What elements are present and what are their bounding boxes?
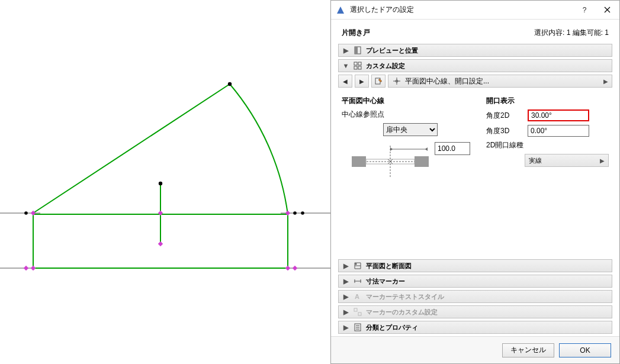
svg-rect-32 [415,156,429,167]
section-label: プレビューと位置 [366,46,418,55]
svg-rect-22 [354,62,357,65]
app-icon [336,5,345,15]
ok-button[interactable]: OK [559,343,611,357]
svg-rect-23 [358,62,361,65]
angle3d-label: 角度3D [486,126,528,136]
custom-icon [353,307,362,317]
svg-line-0 [33,84,230,213]
linetype-combo[interactable]: 実線 ▶ [525,154,609,167]
opening-display-title: 開口表示 [486,96,609,106]
section-label: 平面図と断面図 [366,262,412,270]
angle2d-label: 角度2D [486,111,528,121]
cancel-button[interactable]: キャンセル [502,343,554,357]
nav-back-button[interactable]: ◀ [338,75,352,88]
chevron-down-icon: ▼ [342,62,349,69]
titlebar: 選択したドアの設定 ? [331,1,619,20]
ref-point-label: 中心線参照点 [342,109,479,120]
settings-icon [353,61,362,70]
svg-rect-31 [352,156,366,167]
header-row: 片開き戸 選択内容: 1 編集可能: 1 [331,20,619,44]
section-label: 寸法マーカー [366,277,405,286]
section-marker-text-style: ▶ A マーカーテキストスタイル [338,290,612,303]
section-classification[interactable]: ▶ 分類とプロパティ [338,321,612,334]
preview-icon [353,46,362,55]
triangle-left-icon: ◀ [343,78,348,85]
dialog-footer: キャンセル OK [331,336,619,363]
breadcrumb-label: 平面図中心線、開口設定... [405,76,489,86]
svg-rect-9 [31,266,36,270]
chevron-right-icon: ▶ [342,262,349,270]
section-label: 分類とプロパティ [366,323,418,332]
svg-rect-15 [293,266,297,270]
svg-point-36 [355,263,357,265]
svg-rect-11 [285,266,290,270]
svg-rect-24 [354,66,357,69]
svg-point-6 [228,82,232,86]
section-marker-custom: ▶ マーカーのカスタム設定 [338,305,612,318]
svg-rect-21 [355,47,358,54]
svg-point-16 [24,211,28,215]
chevron-right-icon: ▶ [342,293,349,301]
dimension-icon [353,276,362,286]
angle3d-input[interactable] [528,125,589,137]
edit-button[interactable] [371,75,386,88]
close-icon [604,7,611,13]
chevron-right-icon: ▶ [600,157,605,164]
chevron-right-icon: ▶ [342,324,349,331]
plan-section-icon [353,261,362,270]
svg-rect-41 [354,308,357,311]
triangle-right-icon: ▶ [359,78,364,85]
plan-centerline-title: 平面図中心線 [342,96,479,106]
door-type-label: 片開き戸 [342,28,370,38]
dialog-title: 選択したドアの設定 [350,5,573,15]
section-custom-settings[interactable]: ▼ カスタム設定 [338,59,612,72]
section-dimension-marker[interactable]: ▶ 寸法マーカー [338,275,612,288]
svg-point-17 [293,211,297,215]
svg-point-18 [301,211,304,215]
section-preview-position[interactable]: ▶ プレビューと位置 [338,44,612,57]
selection-status: 選択内容: 1 編集可能: 1 [534,28,609,38]
angle2d-input[interactable] [528,109,589,121]
chevron-right-icon: ▶ [342,47,349,54]
chevron-right-icon: ▶ [603,78,608,85]
drawing-canvas[interactable] [0,0,330,364]
svg-rect-14 [24,266,28,270]
nav-forward-button[interactable]: ▶ [355,75,369,88]
svg-rect-25 [358,66,361,69]
chevron-right-icon: ▶ [342,278,349,285]
close-button[interactable] [596,1,618,20]
axis-icon [392,76,401,86]
ref-point-select[interactable]: 扉中央 [383,123,438,136]
linetype-value: 実線 [529,156,542,165]
svg-text:A: A [355,293,359,300]
help-button[interactable]: ? [573,1,596,20]
linetype-label: 2D開口線種 [486,140,609,150]
svg-rect-42 [358,313,361,315]
svg-marker-19 [337,7,344,14]
chevron-right-icon: ▶ [342,308,349,316]
section-plan-elevation[interactable]: ▶ 平面図と断面図 [338,259,612,272]
centerline-diagram [351,142,430,181]
breadcrumb-bar[interactable]: 平面図中心線、開口設定... ▶ [388,75,612,88]
door-settings-dialog: 選択したドアの設定 ? 片開き戸 選択内容: 1 編集可能: 1 ▶ プレビュー… [330,0,620,364]
svg-point-7 [159,182,162,185]
section-label: マーカーテキストスタイル [366,292,444,301]
document-icon [353,323,362,332]
pencil-icon [374,77,383,85]
svg-rect-13 [158,241,163,246]
section-label: カスタム設定 [366,62,405,70]
section-label: マーカーのカスタム設定 [366,308,438,317]
text-style-icon: A [353,292,362,301]
offset-input[interactable] [435,142,470,155]
